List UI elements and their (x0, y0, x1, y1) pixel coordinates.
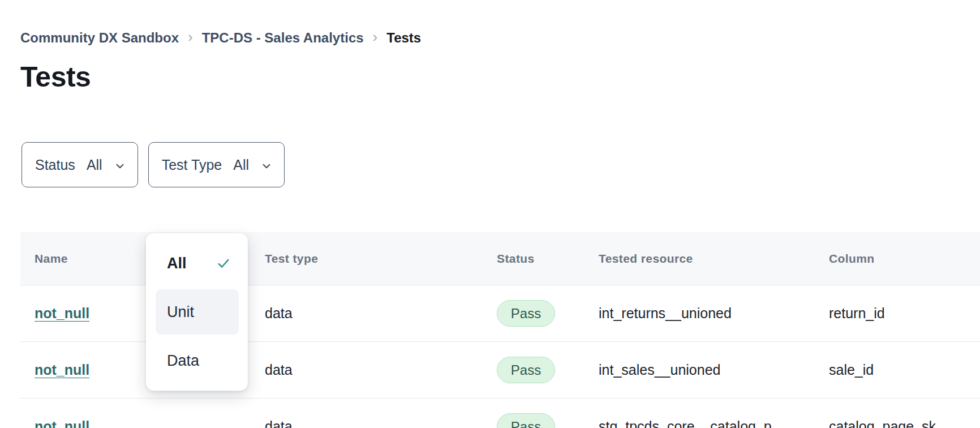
column-header-tested-resource: Tested resource (599, 252, 829, 266)
column-header-test-type: Test type (265, 252, 497, 266)
tested-resource-cell: int_returns__unioned (599, 305, 829, 322)
test-name-link[interactable]: not_null (35, 305, 89, 321)
tests-page: Community DX Sandbox › TPC-DS - Sales An… (0, 29, 980, 428)
table-row: not_null data Pass stg_tpcds_core__catal… (20, 399, 980, 428)
column-cell: sale_id (829, 362, 980, 378)
chevron-down-icon (260, 160, 273, 172)
chevron-down-icon (114, 160, 126, 172)
filters-bar: Status All Test Type All (22, 142, 980, 187)
test-type-dropdown-menu: All Unit Data (146, 233, 248, 391)
menu-item-all-label: All (167, 255, 216, 272)
test-type-filter-button[interactable]: Test Type All (148, 142, 285, 187)
status-filter-button[interactable]: Status All (22, 142, 138, 187)
status-badge: Pass (497, 413, 555, 428)
breadcrumb-item-tests: Tests (386, 30, 421, 46)
breadcrumb-separator-icon: › (373, 29, 378, 46)
breadcrumb-item-environment[interactable]: TPC-DS - Sales Analytics (202, 30, 364, 46)
column-cell: catalog_page_sk (829, 418, 980, 428)
check-icon (216, 256, 231, 271)
menu-item-all[interactable]: All (146, 239, 248, 288)
status-badge: Pass (497, 357, 555, 383)
test-type-cell: data (265, 418, 497, 428)
breadcrumb-separator-icon: › (188, 29, 193, 46)
status-filter-label: Status (35, 157, 75, 173)
breadcrumb-item-project[interactable]: Community DX Sandbox (20, 30, 179, 46)
status-badge: Pass (497, 300, 555, 327)
tested-resource-cell: stg_tpcds_core__catalog_p… (599, 418, 829, 428)
menu-item-data-label: Data (167, 352, 231, 370)
column-cell: return_id (829, 305, 980, 322)
status-filter-value: All (87, 157, 102, 173)
menu-item-unit[interactable]: Unit (146, 288, 248, 336)
menu-item-unit-label: Unit (167, 303, 231, 321)
test-type-cell: data (265, 305, 497, 322)
test-name-link[interactable]: not_null (35, 362, 89, 378)
test-name-link[interactable]: not_null (35, 418, 89, 428)
test-type-filter-value: All (233, 157, 249, 173)
test-type-cell: data (265, 362, 497, 378)
column-header-column: Column (829, 252, 980, 266)
page-title: Tests (20, 61, 980, 93)
tested-resource-cell: int_sales__unioned (599, 362, 829, 378)
menu-item-data[interactable]: Data (146, 336, 248, 385)
column-header-status: Status (497, 252, 599, 266)
test-type-filter-label: Test Type (162, 157, 222, 173)
breadcrumb: Community DX Sandbox › TPC-DS - Sales An… (20, 29, 980, 46)
